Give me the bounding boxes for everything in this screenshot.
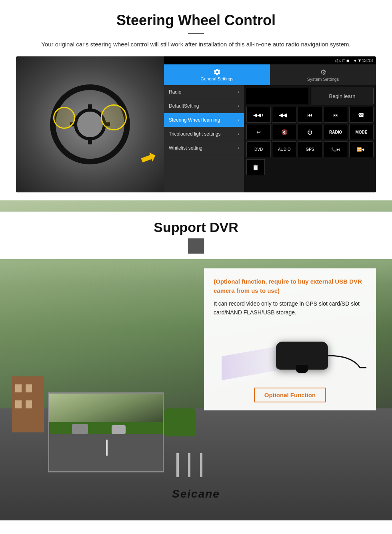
dvr-preview-inner [49, 394, 163, 471]
menu-item-steering-wheel[interactable]: Steering Wheel learning › [164, 113, 244, 127]
control-panel: Begin learn ◀◀+ ◀◀− ⏮ ⏭ ☎ ↩ 🔇 ⏻ [244, 85, 376, 192]
control-buttons-row1: ◀◀+ ◀◀− ⏮ ⏭ ☎ [244, 107, 376, 124]
menu-default-label: DefaultSetting [169, 103, 199, 109]
tab-system-label: System Settings [307, 77, 339, 82]
chevron-icon: › [238, 118, 239, 122]
begin-learn-row: Begin learn [244, 85, 376, 107]
control-buttons-row2: ↩ 🔇 ⏻ RADIO MODE [244, 124, 376, 141]
seicane-logo: Seicane [172, 488, 220, 500]
menu-item-whitelist[interactable]: Whitelist setting › [164, 141, 244, 155]
ctrl-btn-dvd[interactable]: DVD [246, 141, 271, 157]
menu-radio-label: Radio [169, 89, 181, 95]
optional-function-button[interactable]: Optional Function [254, 388, 326, 402]
status-bar-time: 13:13 [362, 58, 373, 63]
system-settings-icon: ⚙ [320, 68, 326, 77]
bottom-icon-row: 📋 [244, 158, 376, 178]
ctrl-btn-power[interactable]: ⏻ [298, 124, 322, 140]
ctrl-btn-mute[interactable]: 🔇 [272, 124, 296, 140]
learn-empty-box [246, 88, 308, 104]
preview-car [72, 424, 88, 434]
dvr-info-card: (Optional function, require to buy exter… [204, 268, 376, 410]
steering-demo-container: ➡ ◁ ○ □ ■ ♦ ▼ 13:13 General Settings ⚙ [16, 56, 376, 192]
section1-description: Your original car's steering wheel contr… [32, 40, 360, 49]
preview-hedge [49, 422, 163, 434]
dvr-preview-card [48, 392, 164, 472]
ctrl-btn-next[interactable]: ⏭ [324, 107, 348, 123]
chevron-icon: › [238, 132, 239, 136]
menu-tricoloured-label: Tricoloured light settings [169, 131, 221, 137]
menu-list: Radio › DefaultSetting › Steering Wheel … [164, 85, 244, 192]
building [12, 376, 44, 432]
steering-wheel-graphic [50, 84, 130, 164]
control-buttons-row3: DVD AUDIO GPS 📞⏮ 🔀⏭ [244, 141, 376, 158]
chevron-icon: › [238, 90, 239, 94]
road-marking [176, 453, 179, 477]
camera-cable-area [328, 352, 366, 377]
ctrl-btn-phone[interactable]: ☎ [349, 107, 374, 123]
ctrl-btn-mode[interactable]: MODE [349, 124, 374, 140]
menu-item-radio[interactable]: Radio › [164, 85, 244, 99]
camera-main-body [276, 342, 328, 370]
camera-body [276, 342, 328, 370]
road-marking [200, 453, 202, 477]
camera-lens [296, 365, 308, 373]
bottom-icon-button[interactable]: 📋 [246, 159, 265, 175]
ctrl-btn-gps[interactable]: GPS [298, 141, 322, 157]
hedge-2 [164, 408, 196, 436]
tab-general-label: General Settings [201, 76, 234, 81]
preview-road-line [106, 440, 108, 456]
ctrl-btn-vol-down[interactable]: ◀◀− [272, 107, 296, 123]
ctrl-btn-phone-prev[interactable]: 📞⏮ [324, 141, 348, 157]
chevron-icon: › [238, 146, 239, 150]
menu-item-tricoloured[interactable]: Tricoloured light settings › [164, 127, 244, 141]
section2-title-area: Support DVR [0, 200, 392, 263]
tab-general-settings[interactable]: General Settings [164, 64, 270, 85]
road-marking [188, 453, 190, 477]
section1-divider [188, 33, 204, 34]
ctrl-btn-shuffle[interactable]: 🔀⏭ [349, 141, 374, 157]
steering-wheel-section: Steering Wheel Control Your original car… [0, 0, 392, 200]
car-photo: ➡ [16, 56, 164, 192]
preview-car-2 [112, 425, 126, 434]
optional-function-area: Optional Function [214, 388, 366, 402]
android-ui-panel: ◁ ○ □ ■ ♦ ▼ 13:13 General Settings ⚙ Sys… [164, 56, 376, 192]
begin-learn-button[interactable]: Begin learn [311, 88, 374, 104]
menu-item-defaultsetting[interactable]: DefaultSetting › [164, 99, 244, 113]
title-bg: Support DVR [0, 212, 392, 259]
status-bar-icons: ◁ ○ □ ■ ♦ ▼ [334, 58, 362, 63]
menu-steering-label: Steering Wheel learning [169, 117, 220, 123]
android-content: Radio › DefaultSetting › Steering Wheel … [164, 85, 376, 192]
dvr-camera-illustration [214, 324, 366, 388]
ctrl-btn-prev[interactable]: ⏮ [298, 107, 322, 123]
section1-title: Steering Wheel Control [16, 12, 376, 29]
ctrl-btn-radio[interactable]: RADIO [324, 124, 348, 140]
dvr-black-text: It can record video only to storage in G… [214, 299, 366, 317]
ctrl-btn-back[interactable]: ↩ [246, 124, 271, 140]
section2-title: Support DVR [0, 220, 392, 235]
menu-whitelist-label: Whitelist setting [169, 145, 202, 151]
android-tabs: General Settings ⚙ System Settings [164, 64, 376, 85]
chevron-icon: › [238, 104, 239, 108]
dvr-orange-text: (Optional function, require to buy exter… [214, 277, 366, 295]
section2-divider [188, 238, 204, 254]
ctrl-btn-audio[interactable]: AUDIO [272, 141, 296, 157]
dvr-section: Support DVR (Optional function, require … [0, 200, 392, 520]
cable-svg [328, 352, 366, 376]
ctrl-btn-vol-up[interactable]: ◀◀+ [246, 107, 271, 123]
android-status-bar: ◁ ○ □ ■ ♦ ▼ 13:13 [164, 56, 376, 64]
tab-system-settings[interactable]: ⚙ System Settings [270, 64, 376, 85]
